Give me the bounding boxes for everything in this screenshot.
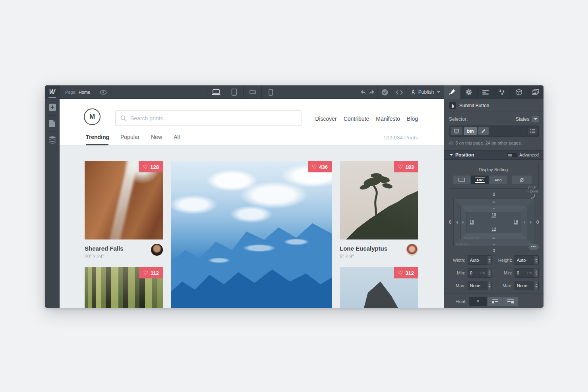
author-avatar[interactable]	[151, 244, 163, 256]
plus-icon	[48, 103, 56, 111]
print-photo-sheared-falls[interactable]: ♡ 128	[85, 161, 163, 239]
device-desktop-button[interactable]	[207, 85, 225, 99]
advanced-toggle[interactable]: Advanced	[507, 153, 539, 157]
nav-link-discover[interactable]: Discover	[315, 116, 337, 122]
tab-typography[interactable]	[478, 85, 494, 99]
page-selector[interactable]: Page: Home	[60, 85, 96, 99]
float-left-button[interactable]	[487, 297, 503, 306]
tab-components[interactable]	[511, 85, 527, 99]
min-height-input[interactable]: 0PX	[514, 268, 539, 278]
tab-popular[interactable]: Popular	[120, 134, 139, 140]
width-label: Width:	[449, 258, 465, 263]
print-size: 20" × 24"	[85, 254, 104, 259]
tab-all[interactable]: All	[174, 134, 180, 140]
max-width-input[interactable]: None	[468, 281, 492, 290]
export-code-button[interactable]	[392, 85, 406, 99]
display-inline-block-button[interactable]: ABC	[471, 175, 489, 185]
max-width-label: Max:	[449, 283, 465, 288]
height-input[interactable]: Auto	[514, 255, 539, 265]
display-block-button[interactable]	[453, 175, 471, 185]
search-box[interactable]	[115, 110, 302, 126]
min-width-input[interactable]: 0PX	[468, 268, 492, 278]
tab-settings[interactable]	[461, 85, 478, 99]
width-input[interactable]: Auto	[468, 255, 492, 265]
states-dropdown[interactable]: States	[516, 116, 539, 122]
cms-database-button[interactable]	[45, 132, 60, 148]
spacing-more-button[interactable]: •••	[528, 244, 539, 250]
float-right-button[interactable]	[503, 297, 518, 306]
heart-icon: ♡	[398, 164, 403, 170]
max-width-stepper[interactable]	[487, 281, 492, 290]
sidebar-divider	[48, 148, 56, 148]
gear-icon	[465, 89, 472, 96]
print-photo-lone-eucalyptus[interactable]: ♡ 183	[340, 161, 418, 239]
design-canvas[interactable]: M Discover Contribute Manifesto Blog Tre…	[60, 99, 444, 308]
device-phone-portrait-button[interactable]	[262, 85, 280, 99]
site-logo[interactable]: M	[84, 108, 101, 125]
margin-left-value[interactable]: 0	[449, 220, 451, 224]
padding-right-value[interactable]: 18	[514, 220, 518, 225]
float-none-button[interactable]: ×	[469, 297, 487, 306]
tab-styles[interactable]	[494, 85, 511, 99]
padding-bottom-value[interactable]: 12	[491, 227, 496, 232]
preview-button[interactable]	[96, 85, 110, 99]
nav-link-manifesto[interactable]: Manifesto	[376, 116, 400, 122]
like-badge[interactable]: ♡ 183	[394, 161, 418, 172]
text-lines-icon	[482, 89, 489, 95]
print-photo-glacier[interactable]: ♡ 312	[340, 267, 418, 308]
class-chip[interactable]: btn	[464, 127, 477, 135]
prints-count: 102,934 Prints	[383, 135, 418, 141]
display-none-button[interactable]: Ø	[511, 175, 532, 185]
app-logo[interactable]: W	[45, 85, 60, 99]
nav-link-blog[interactable]: Blog	[407, 116, 418, 122]
max-height-stepper[interactable]	[534, 281, 539, 290]
pages-button[interactable]	[45, 116, 60, 131]
size-row-min: Min: 0PX Min: 0PX	[449, 268, 539, 278]
display-inline-button[interactable]: ABC	[489, 175, 507, 185]
min-width-stepper[interactable]	[487, 268, 492, 278]
tab-style[interactable]	[444, 85, 461, 99]
edit-class-button[interactable]	[478, 127, 489, 135]
tab-trending[interactable]: Trending	[86, 134, 109, 140]
display-setting-label: Display Setting:	[453, 167, 535, 172]
position-section-header[interactable]: Position Advanced	[444, 150, 544, 160]
undo-icon[interactable]	[360, 90, 366, 95]
search-input[interactable]	[130, 115, 297, 122]
device-phone-landscape-button[interactable]	[244, 85, 262, 99]
selector-list-button[interactable]	[528, 127, 537, 135]
height-stepper[interactable]	[534, 255, 539, 265]
width-stepper[interactable]	[487, 255, 492, 265]
publish-button[interactable]: Publish	[406, 85, 444, 99]
print-photo-mountains[interactable]: ♡ 436	[171, 161, 332, 308]
device-tablet-button[interactable]	[225, 85, 244, 99]
like-count: 183	[405, 164, 414, 170]
like-badge[interactable]: ♡ 112	[139, 267, 163, 278]
px-unit: PX	[527, 271, 532, 275]
unit-dash	[480, 283, 482, 288]
redo-icon[interactable]	[369, 90, 375, 95]
selected-element-breadcrumb[interactable]: Submit Button	[444, 99, 544, 112]
print-title[interactable]: Lone Eucalyptus	[340, 245, 387, 252]
padding-top-value[interactable]: 10	[491, 213, 496, 218]
element-tag-chip[interactable]: *	[451, 127, 462, 135]
tab-assets[interactable]	[527, 85, 544, 99]
min-height-stepper[interactable]	[534, 268, 539, 278]
heart-icon: ♡	[312, 164, 317, 170]
margin-right-value[interactable]: 0	[536, 220, 539, 224]
like-badge[interactable]: ♡ 436	[308, 161, 332, 172]
tab-new[interactable]: New	[151, 134, 162, 140]
print-title[interactable]: Sheared Falls	[85, 245, 124, 252]
autosave-button[interactable]	[377, 85, 392, 99]
page-value: Home	[79, 90, 90, 95]
author-avatar[interactable]	[406, 244, 418, 256]
margin-bottom-value[interactable]: 0	[449, 248, 539, 253]
print-photo-forest[interactable]: ♡ 112	[85, 267, 163, 308]
add-element-button[interactable]	[45, 99, 60, 115]
like-badge[interactable]: ♡ 128	[139, 161, 163, 172]
selector-field[interactable]: * btn	[449, 126, 539, 137]
padding-left-value[interactable]: 18	[470, 220, 474, 225]
nav-link-contribute[interactable]: Contribute	[344, 116, 369, 122]
like-badge[interactable]: ♡ 312	[394, 267, 418, 278]
max-height-input[interactable]: None	[514, 281, 539, 290]
margin-padding-control: 0 0 0 0 10 18 18 12 PADDING M	[449, 192, 539, 255]
